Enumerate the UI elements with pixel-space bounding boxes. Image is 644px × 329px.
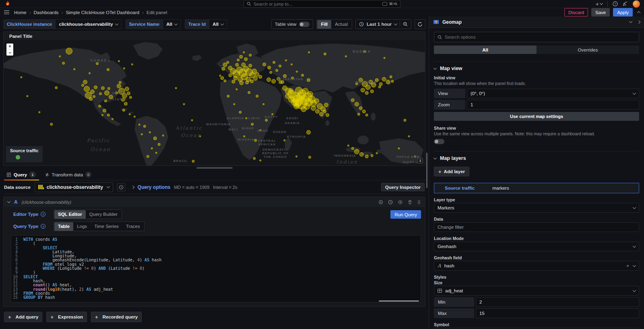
tab-transform-data[interactable]: Transform data 0 [41,170,96,180]
table-view-toggle[interactable] [299,22,310,27]
hide-response-icon[interactable] [398,200,403,205]
attribution-info-button[interactable]: i [417,158,423,163]
actual-option[interactable]: Actual [331,20,351,29]
editor-controls: Editor Typei SQL Editor Query Builder Ru… [4,207,425,234]
min-input[interactable]: 2 [476,297,639,307]
variable-value-dropdown[interactable]: All [163,19,181,29]
breadcrumb-dashboard-name[interactable]: Simple ClickHouse OTel Dashboard [66,10,139,15]
table-view-control[interactable]: Table view [271,19,314,29]
query-history-icon[interactable] [388,200,393,205]
numeric-field-icon [438,289,442,293]
time-series-option[interactable]: Time Series [91,222,122,231]
user-avatar[interactable] [633,0,640,8]
fill-option[interactable]: Fill [317,20,331,29]
run-query-button[interactable]: Run Query [390,210,421,219]
traces-option[interactable]: Traces [122,222,144,231]
pane-splitter[interactable] [3,166,425,170]
menu-toggle-icon[interactable] [4,10,9,14]
splitter-grip[interactable] [196,167,233,169]
query-options[interactable]: Query options MD = auto = 1909 Interval … [132,184,237,190]
variable-value-dropdown[interactable]: All [209,19,227,29]
scrollbar[interactable] [426,153,427,188]
zoom-out-icon[interactable] [403,22,408,27]
sql-line[interactable]: 13 round(log10(heat), 2) AS adj_heat [11,288,421,292]
location-mode-select[interactable]: Geohash [434,242,639,251]
sql-line[interactable]: 1WITH coords AS [11,238,421,242]
geomap-panel[interactable]: Panel Title [3,31,425,166]
horizontal-scrollbar[interactable] [379,300,419,302]
breadcrumb-separator: › [29,10,31,15]
sql-code[interactable]: 1WITH coords AS2 (3 SELECT4 Latitude,5 L… [11,238,421,300]
query-builder-option[interactable]: Query Builder [86,210,121,219]
variable-label: ClickHouse instance [3,19,56,29]
grafana-logo[interactable] [4,0,11,8]
breadcrumb-row: Home › Dashboards › Simple ClickHouse OT… [0,8,644,17]
tab-all[interactable]: All [434,46,537,54]
add-query-button[interactable]: +Add query [4,312,42,322]
expression-button[interactable]: +Expression [46,312,87,322]
drag-handle-icon[interactable] [417,200,421,205]
map-zoom-in-button[interactable]: + [6,43,13,50]
use-current-map-settings-button[interactable]: Use current map settings [434,112,639,121]
viz-picker-chevron-icon[interactable] [629,20,632,23]
sql-line[interactable]: 10SELECT [11,275,421,279]
datasource-picker[interactable]: clickhouse-observability [35,182,113,192]
discard-button[interactable]: Discard [564,8,588,17]
layer-type-select[interactable]: Markers [434,203,639,213]
location-mode-label: Location Mode [434,236,639,241]
layer-item[interactable]: Source traffic markers [434,183,639,193]
new-menu-button[interactable]: + [596,1,603,7]
transform-count-badge: 0 [85,172,91,178]
map-view-section-header[interactable]: Map view [434,66,639,71]
apply-button[interactable]: Apply [613,8,633,17]
map-zoom-out-button[interactable]: − [6,50,13,56]
sql-line[interactable]: 15GROUP BY hash [11,296,421,300]
sql-editor-option[interactable]: SQL Editor [54,210,86,219]
time-range-picker[interactable]: Last 1 hour [355,19,411,29]
map-layers-section-header[interactable]: Map layers [434,155,639,161]
breadcrumb-dashboards[interactable]: Dashboards [34,10,59,15]
layer-name[interactable]: Source traffic [445,186,475,190]
options-search-input[interactable] [445,35,636,39]
map-area[interactable]: RUSSIACANADAUNITEDSTATESBRAZILKAZAKHSTAN… [4,40,425,166]
collapse-pane-icon[interactable] [637,20,640,23]
logs-option[interactable]: Logs [73,222,91,231]
refresh-button[interactable] [415,19,425,29]
search-input[interactable] [254,2,380,6]
clear-icon[interactable]: × [626,263,629,268]
size-label: Size [434,280,639,285]
geohash-field-select[interactable]: A hash × [434,261,639,271]
help-icon[interactable]: ? [613,1,618,6]
sql-line[interactable]: 2 ( [11,242,421,246]
max-input[interactable]: 15 [476,308,639,318]
breadcrumb-home[interactable]: Home [14,10,27,15]
search-bar[interactable]: ⌘+k [244,0,400,8]
sql-line[interactable]: 9 ) [11,271,421,275]
save-button[interactable]: Save [591,8,610,17]
keyboard-icon [382,2,387,6]
add-layer-button[interactable]: +Add layer [434,167,469,176]
datasource-help-icon[interactable] [117,183,125,191]
delete-query-icon[interactable] [408,200,412,205]
view-select[interactable]: (0°, 0°) [467,89,639,98]
query-row-header[interactable]: A (clickhouse-observability) [4,197,425,207]
query-inspector-button[interactable]: Query Inspector [381,183,425,191]
sql-line[interactable]: 14FROM coords [11,292,421,296]
duplicate-query-icon[interactable] [378,200,383,205]
tab-overrides[interactable]: Overrides [537,46,639,54]
data-filter-select[interactable]: Change filter [434,222,639,232]
recorded-query-button[interactable]: +Recorded query [91,312,142,322]
options-search[interactable] [434,32,639,42]
table-option[interactable]: Table [54,222,73,231]
variable-value-dropdown[interactable]: clickhouse-observability [56,19,121,29]
collapse-header-icon[interactable] [637,11,640,14]
news-icon[interactable] [623,1,628,6]
sql-editor[interactable]: 1WITH coords AS2 (3 SELECT4 Latitude,5 L… [11,235,421,302]
sql-line[interactable]: 11 hash, [11,279,421,283]
zoom-input[interactable]: 1 [467,100,639,110]
visualization-picker[interactable]: Geomap [429,17,644,28]
size-field-select[interactable]: adj_heat [434,286,639,296]
sql-line[interactable]: 8 WHERE (Longitude != 0) AND (Latitude !… [11,267,421,271]
share-view-toggle[interactable] [434,139,444,144]
tab-query[interactable]: Query 1 [3,170,40,180]
